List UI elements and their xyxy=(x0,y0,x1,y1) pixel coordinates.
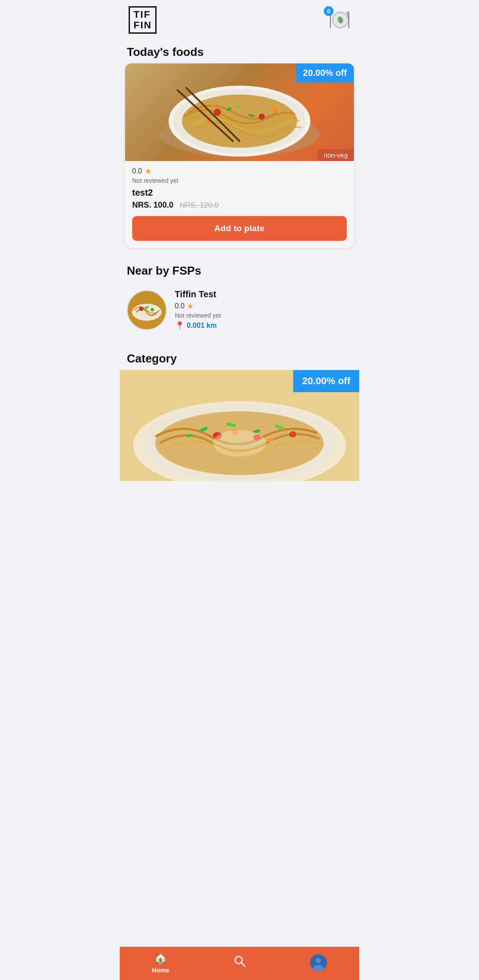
price-original: NRS. 120.0 xyxy=(180,201,219,210)
svg-point-14 xyxy=(214,109,221,116)
fsp-rating-row: 0.0 ★ xyxy=(175,301,352,311)
fsp-avatar xyxy=(127,290,167,330)
app-header: TIFFIN 0 xyxy=(120,0,359,38)
category-title: Category xyxy=(120,345,359,370)
discount-badge: 20.00% off xyxy=(296,63,354,83)
fsp-name: Tiffin Test xyxy=(175,289,352,299)
svg-point-42 xyxy=(213,430,266,457)
nearby-fsps-title: Near by FSPs xyxy=(120,257,359,282)
food-card-body: 0.0 ★ Not reviewed yet test2 NRS. 100.0 … xyxy=(125,161,354,248)
logo-text: TIFFIN xyxy=(133,9,152,31)
not-reviewed-text: Not reviewed yet xyxy=(132,177,347,184)
fsp-info: Tiffin Test 0.0 ★ Not reviewed yet 📍 0.0… xyxy=(175,289,352,331)
add-to-plate-button[interactable]: Add to plate xyxy=(132,216,347,241)
fsp-list-item[interactable]: Tiffin Test 0.0 ★ Not reviewed yet 📍 0.0… xyxy=(127,282,352,338)
price-row: NRS. 100.0 NRS. 120.0 xyxy=(132,201,347,210)
svg-point-25 xyxy=(139,307,144,311)
fsp-star-icon: ★ xyxy=(187,301,194,311)
food-name: test2 xyxy=(132,188,347,198)
fsp-distance-row: 📍 0.001 km xyxy=(175,321,352,331)
location-icon: 📍 xyxy=(175,321,185,331)
svg-point-26 xyxy=(151,308,154,311)
fsp-distance: 0.001 km xyxy=(187,322,217,330)
todays-foods-title: Today's foods xyxy=(120,38,359,63)
star-icon: ★ xyxy=(145,166,152,176)
rating-value: 0.0 xyxy=(132,167,142,175)
svg-point-39 xyxy=(289,431,296,437)
svg-point-15 xyxy=(259,114,265,120)
svg-point-41 xyxy=(267,438,274,442)
rating-row: 0.0 ★ xyxy=(132,166,347,176)
svg-point-19 xyxy=(272,107,278,113)
food-card: 20.00% off non-veg 0.0 ★ Not reviewed ye… xyxy=(125,63,354,248)
price-current: NRS. 100.0 xyxy=(132,201,173,210)
category-image-wrapper: 20.00% off xyxy=(120,370,359,481)
category-discount-badge: 20.00% off xyxy=(293,370,359,392)
fsp-rating-value: 0.0 xyxy=(175,302,185,310)
nearby-fsps-list: Tiffin Test 0.0 ★ Not reviewed yet 📍 0.0… xyxy=(120,282,359,345)
cart-button[interactable]: 0 xyxy=(326,8,350,32)
food-type-badge: non-veg xyxy=(318,149,354,161)
category-section: Category xyxy=(120,345,359,516)
nearby-fsps-section: Near by FSPs Tiffin Test 0.0 ★ xyxy=(120,257,359,345)
app-logo: TIFFIN xyxy=(129,6,157,34)
todays-foods-section: Today's foods xyxy=(120,38,359,248)
fsp-avatar-image xyxy=(128,290,166,330)
food-card-image-wrapper: 20.00% off non-veg xyxy=(125,63,354,161)
fsp-not-reviewed: Not reviewed yet xyxy=(175,312,352,319)
